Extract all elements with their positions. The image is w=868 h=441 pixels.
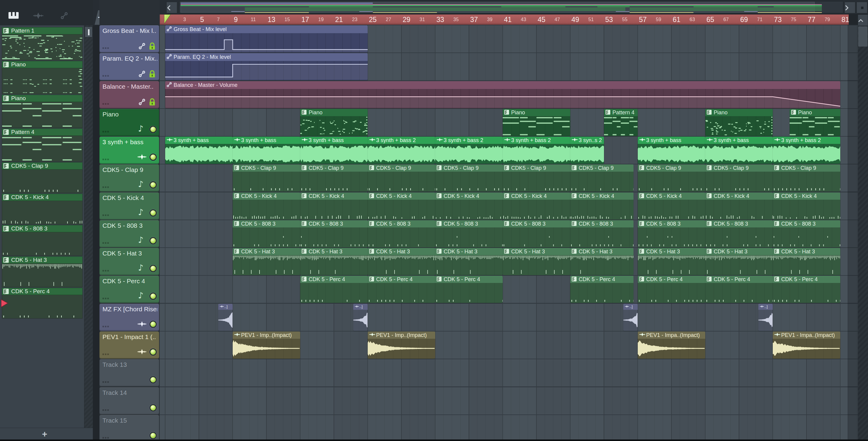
pattern-item-header[interactable]: CDK5 - Clap 9	[2, 162, 83, 170]
playlist-lane[interactable]: Balance - Master - Volume	[160, 81, 858, 108]
pattern-item-header[interactable]: Pattern 4	[2, 128, 83, 136]
playlist-clip[interactable]: CDK5 - Clap 9	[638, 165, 705, 192]
track-mute-led[interactable]	[150, 265, 157, 272]
clip-header[interactable]: CDK 5 - 808 3	[503, 220, 570, 228]
playlist-clip[interactable]: CDK 5 - Kick 4	[233, 193, 300, 219]
clip-header[interactable]: CDK 5 - Perc 4	[300, 276, 368, 283]
playlist-clip[interactable]: CDK5 - Clap 9	[773, 165, 840, 192]
automation-link-icon[interactable]	[59, 12, 71, 22]
clip-header[interactable]: CDK 5 - Hat 3	[773, 248, 840, 255]
playlist-grid[interactable]: Gross Beat - Mix levelParam. EQ 2 - Mix …	[160, 25, 858, 441]
pattern-item[interactable]: CDK 5 - Hat 3	[2, 256, 83, 287]
audio-wave-icon[interactable]	[33, 12, 45, 22]
track-name[interactable]: Track 15	[102, 417, 157, 424]
pattern-item[interactable]: CDK 5 - 808 3	[2, 225, 83, 256]
track-options-dots[interactable]	[102, 214, 110, 216]
playlist-clip[interactable]: PEV1 - Impa..(Impact)	[773, 331, 840, 359]
clip-header[interactable]: CDK5 - Clap 9	[435, 165, 503, 172]
track-header[interactable]: CDK 5 - Hat 3♪	[99, 248, 159, 275]
clip-header[interactable]: CDK 5 - Hat 3	[435, 248, 503, 255]
playlist-clip[interactable]: CDK 5 - 808 3	[368, 220, 435, 247]
song-minimap[interactable]	[179, 1, 843, 13]
playlist-clip[interactable]: 3 synth + bass 2	[503, 137, 570, 164]
pattern-item[interactable]: Pattern 1	[2, 27, 83, 60]
track-options-dots[interactable]	[102, 75, 110, 77]
playlist-lane[interactable]: CDK 5 - Hat 3CDK 5 - Hat 3CDK 5 - Hat 3C…	[160, 248, 858, 275]
clip-header[interactable]: 3 synth + bass	[165, 137, 233, 144]
playlist-lane[interactable]	[160, 387, 858, 414]
pattern-item[interactable]: Piano	[2, 95, 83, 128]
clip-header[interactable]: PEV1 - Impa..(Impact)	[638, 331, 705, 339]
clip-header[interactable]: CDK 5 - Hat 3	[638, 248, 705, 255]
track-name[interactable]: Param. EQ 2 - Mix..	[102, 55, 157, 62]
playlist-clip[interactable]: 3 synth + bass	[233, 137, 300, 164]
clip-header[interactable]: CDK5 - Clap 9	[503, 165, 570, 172]
playlist-clip[interactable]: 3 synth + bass 2	[773, 137, 840, 164]
playlist-clip[interactable]: CDK 5 - Perc 4	[705, 276, 773, 303]
vertical-scrollbar[interactable]	[858, 14, 868, 441]
clip-header[interactable]: CDK 5 - Kick 4	[233, 193, 300, 200]
clip-header[interactable]: CDK 5 - Kick 4	[435, 193, 503, 200]
playlist-clip[interactable]: CDK 5 - Kick 4	[773, 193, 840, 219]
track-options-dots[interactable]	[102, 103, 110, 105]
playlist-clip[interactable]: Piano	[789, 109, 840, 136]
clip-header[interactable]: CDK 5 - Hat 3	[233, 248, 300, 255]
playlist-clip[interactable]: CDK 5 - Hat 3	[705, 248, 773, 275]
track-header[interactable]: CDK 5 - Kick 4♪	[99, 193, 159, 219]
track-mute-led[interactable]	[150, 153, 157, 161]
playlist-clip[interactable]: CDK 5 - Hat 3	[368, 248, 435, 275]
pattern-item-header[interactable]: CDK 5 - Kick 4	[2, 194, 83, 201]
clip-header[interactable]: Balance - Master - Volume	[165, 81, 840, 89]
clip-header[interactable]: CDK 5 - 808 3	[233, 220, 300, 228]
playlist-clip[interactable]: CDK5 - Clap 9	[570, 165, 633, 192]
playlist-clip[interactable]: 3 synth + bass	[638, 137, 705, 164]
playlist-clip[interactable]: 3 synth + bass	[165, 137, 233, 164]
track-options-dots[interactable]	[102, 47, 110, 49]
playlist-lane[interactable]: PianoPianoPattern 4PianoPiano	[160, 109, 858, 136]
clip-header[interactable]: 3 synth + bass 2	[435, 137, 503, 144]
track-name[interactable]: MZ FX [Chord Riser]	[102, 305, 157, 313]
playlist-clip[interactable]: CDK 5 - Perc 4	[435, 276, 503, 303]
clip-header[interactable]: Piano	[300, 109, 368, 116]
playlist-clip[interactable]: CDK5 - Clap 9	[705, 165, 773, 192]
pattern-item[interactable]: CDK 5 - Perc 4	[2, 288, 83, 319]
track-options-dots[interactable]	[102, 409, 110, 411]
playlist-clip[interactable]: Balance - Master - Volume	[165, 81, 840, 108]
clip-header[interactable]: PEV1 - Impa..(Impact)	[773, 331, 840, 339]
track-name[interactable]: CDK5 - Clap 9	[102, 166, 157, 173]
playlist-clip[interactable]: CDK 5 - Kick 4	[705, 193, 773, 219]
track-options-dots[interactable]	[102, 131, 110, 133]
clip-header[interactable]: 3 synth + bass 2	[503, 137, 570, 144]
clip-header[interactable]: CDK5 - Clap 9	[773, 165, 840, 172]
clip-header[interactable]: CDK 5 - Perc 4	[570, 276, 633, 283]
clip-header[interactable]: ..]	[353, 304, 368, 310]
playlist-lane[interactable]: PEV1 - Imp..(Impact)PEV1 - Imp..(Impact)…	[160, 331, 858, 359]
pattern-picker-collapse-button[interactable]	[85, 27, 93, 37]
clip-header[interactable]: CDK 5 - Perc 4	[705, 276, 773, 283]
clip-header[interactable]: 3 synth + bass 2	[368, 137, 435, 144]
playlist-clip[interactable]: CDK5 - Clap 9	[368, 165, 435, 192]
track-header[interactable]: Balance - Master..	[99, 81, 159, 108]
playlist-clip[interactable]: CDK5 - Clap 9	[300, 165, 368, 192]
clip-header[interactable]: Piano	[789, 109, 840, 116]
track-options-dots[interactable]	[102, 326, 110, 327]
clip-header[interactable]: CDK5 - Clap 9	[368, 165, 435, 172]
playlist-lane[interactable]: Param. EQ 2 - Mix level	[160, 53, 858, 80]
playlist-lane[interactable]: CDK5 - Clap 9CDK5 - Clap 9CDK5 - Clap 9C…	[160, 165, 858, 192]
playlist-lane[interactable]	[160, 359, 858, 386]
scroll-right-button[interactable]	[844, 2, 855, 13]
clip-header[interactable]: CDK 5 - 808 3	[570, 220, 633, 228]
pattern-item-header[interactable]: CDK 5 - Hat 3	[2, 256, 83, 264]
clip-header[interactable]: CDK 5 - Kick 4	[368, 193, 435, 200]
clip-header[interactable]: CDK 5 - Kick 4	[705, 193, 773, 200]
clip-header[interactable]: CDK 5 - Kick 4	[638, 193, 705, 200]
vertical-scrollbar-thumb[interactable]	[858, 27, 867, 47]
track-options-dots[interactable]	[102, 186, 110, 188]
clip-header[interactable]: CDK 5 - Kick 4	[503, 193, 570, 200]
playlist-clip[interactable]: 3 syn..s 2	[570, 137, 604, 164]
pattern-item-header[interactable]: CDK 5 - Perc 4	[2, 288, 83, 295]
playlist-lane[interactable]: CDK 5 - 808 3CDK 5 - 808 3CDK 5 - 808 3C…	[160, 220, 858, 247]
playlist-clip[interactable]: Piano	[503, 109, 570, 136]
clip-header[interactable]: 3 syn..s 2	[570, 137, 604, 144]
clip-header[interactable]: CDK 5 - Perc 4	[638, 276, 705, 283]
